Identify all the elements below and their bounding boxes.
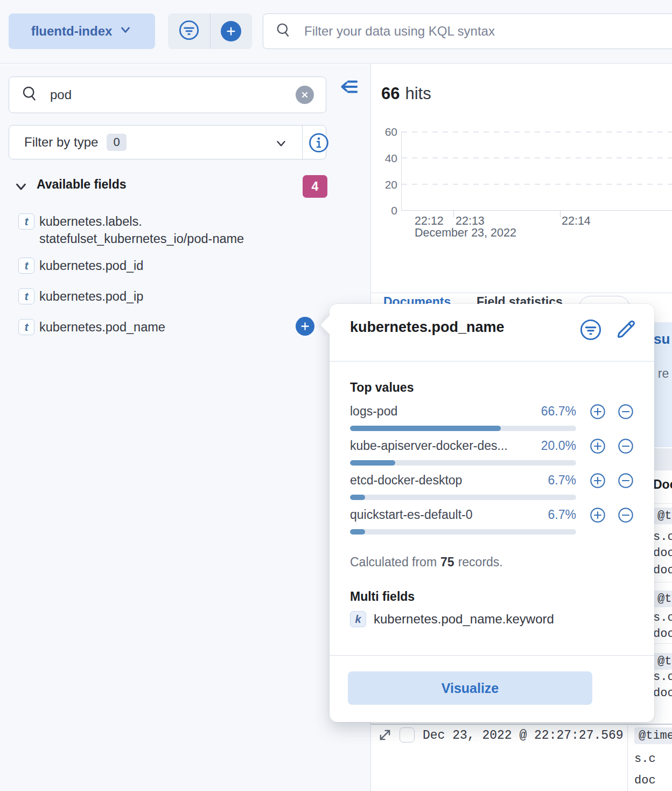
popover-field-title: kubernetes.pod_name <box>350 319 505 336</box>
expand-document-button[interactable] <box>376 726 394 745</box>
add-filter-button[interactable] <box>211 13 253 49</box>
popover-divider <box>330 361 654 362</box>
time-cell: Dec 23, 2022 @ 22:27:27.569 <box>423 728 624 743</box>
visualize-button[interactable]: Visualize <box>348 671 592 705</box>
doc-line-fragment: s.c <box>653 611 672 625</box>
field-search-input[interactable]: pod <box>9 77 326 113</box>
chevron-down-icon <box>118 23 132 40</box>
top-value-bar-fill <box>350 460 395 466</box>
chart-bottom-divider <box>371 293 672 293</box>
table-row[interactable]: @timestamp <box>653 508 672 524</box>
gridline-20 <box>402 184 672 185</box>
field-search-value: pod <box>50 87 285 102</box>
document-column-header: Document <box>653 477 672 492</box>
field-details-popover: kubernetes.pod_name Top values logs-pod … <box>330 304 654 722</box>
doc-line-fragment: s.c <box>653 670 672 684</box>
callout-heading-fragment: su <box>654 331 670 348</box>
search-icon <box>275 22 292 41</box>
field-name: kubernetes.pod_name <box>39 320 165 335</box>
doc-line-fragment: s.c <box>653 530 672 544</box>
keyword-field-type-icon: k <box>350 611 366 627</box>
doc-line-fragment: doc <box>634 774 656 787</box>
data-view-selector[interactable]: fluentd-index <box>9 13 155 49</box>
filter-for-value-button[interactable] <box>589 438 606 455</box>
doc-line-fragment: doc <box>653 627 672 641</box>
x-axis-tickmark <box>560 211 561 217</box>
doc-line-fragment: s.c <box>634 752 656 766</box>
edit-pencil-icon-button[interactable] <box>614 318 639 343</box>
saved-query-filter-button[interactable] <box>168 13 210 49</box>
top-value-bar-fill <box>350 495 365 500</box>
kql-placeholder: Filter your data using KQL syntax <box>304 24 495 39</box>
field-info-button[interactable] <box>306 131 331 156</box>
multi-fields-heading: Multi fields <box>350 589 415 604</box>
table-row[interactable]: @timestamp <box>653 653 672 670</box>
timestamp-field-pill: @timestamp <box>653 653 672 670</box>
x-axis-tickmark <box>453 211 454 217</box>
y-axis-tick-0: 0 <box>375 204 397 217</box>
gridline-60 <box>402 131 672 133</box>
text-field-type-icon: t <box>18 319 34 335</box>
field-name-wrap: statefulset_kubernetes_io/pod-name <box>39 232 244 246</box>
collapse-sidebar-button[interactable] <box>338 77 360 98</box>
text-field-type-icon: t <box>18 288 34 304</box>
calculated-prefix: Calculated from <box>350 555 437 569</box>
filter-for-value-button[interactable] <box>589 472 606 489</box>
timestamp-field-pill: @timestamp <box>634 727 672 744</box>
chevron-down-icon <box>274 136 288 152</box>
top-value-percent: 6.7% <box>350 508 576 522</box>
filter-by-type-dropdown[interactable]: Filter by type 0 <box>9 125 326 159</box>
text-field-type-icon: t <box>18 213 34 230</box>
row-checkbox[interactable] <box>400 727 415 743</box>
top-value-bar-fill <box>350 426 501 431</box>
top-value-bar <box>350 529 576 535</box>
filter-circle-icon <box>178 19 200 43</box>
calculated-suffix: records. <box>458 555 503 569</box>
y-axis-tick-40: 40 <box>375 152 397 165</box>
column-divider <box>627 725 628 791</box>
control-divider <box>302 126 303 159</box>
x-axis-tick-label: 22:14 <box>562 214 591 228</box>
gridline-40 <box>402 157 672 158</box>
filter-out-value-button[interactable] <box>617 472 634 489</box>
x-axis-line <box>401 210 672 211</box>
hits-count: 66 <box>381 84 400 103</box>
filter-circle-icon-button[interactable] <box>578 318 603 343</box>
doc-line-fragment: doc <box>653 546 672 560</box>
kql-query-bar[interactable]: Filter your data using KQL syntax <box>263 13 672 49</box>
multi-field-item: k kubernetes.pod_name.keyword <box>350 611 554 627</box>
filter-out-value-button[interactable] <box>617 403 634 420</box>
y-axis-tick-60: 60 <box>375 126 397 138</box>
available-fields-count-badge: 4 <box>303 175 327 198</box>
doc-line-fragment: doc <box>653 564 672 577</box>
filter-for-value-button[interactable] <box>589 506 606 524</box>
clear-search-button[interactable] <box>296 86 314 104</box>
calculated-from-note: Calculated from75records. <box>350 555 503 570</box>
hits-counter: 66hits <box>381 84 431 103</box>
filter-out-value-button[interactable] <box>617 438 634 455</box>
search-icon <box>21 85 39 105</box>
add-field-as-column-button[interactable] <box>296 317 314 336</box>
top-values-heading: Top values <box>350 380 414 395</box>
x-axis-date-label: December 23, 2022 <box>415 226 516 240</box>
doc-line-fragment: doc <box>653 686 672 700</box>
table-row[interactable]: @timestamp <box>653 591 672 607</box>
table-row[interactable]: @timestamp <box>634 727 672 744</box>
top-value-bar <box>350 460 576 466</box>
filter-out-value-button[interactable] <box>617 506 634 524</box>
timestamp-field-pill: @timestamp <box>653 591 672 607</box>
hits-label: hits <box>405 84 431 103</box>
discover-app: fluentd-index Filter you <box>0 0 672 791</box>
available-fields-section[interactable]: Available fields 4 <box>9 175 335 199</box>
field-name: kubernetes.pod_ip <box>39 289 143 304</box>
available-fields-label: Available fields <box>37 177 127 192</box>
filter-for-value-button[interactable] <box>589 403 606 420</box>
table-section-divider <box>371 724 672 725</box>
filter-by-type-label: Filter by type <box>24 135 98 150</box>
text-field-type-icon: t <box>18 258 34 274</box>
field-name: kubernetes.labels. <box>39 214 142 229</box>
plus-circle-icon <box>221 21 241 41</box>
top-value-bar-fill <box>350 529 365 535</box>
popover-divider <box>330 655 654 656</box>
top-value-percent: 6.7% <box>350 473 576 488</box>
